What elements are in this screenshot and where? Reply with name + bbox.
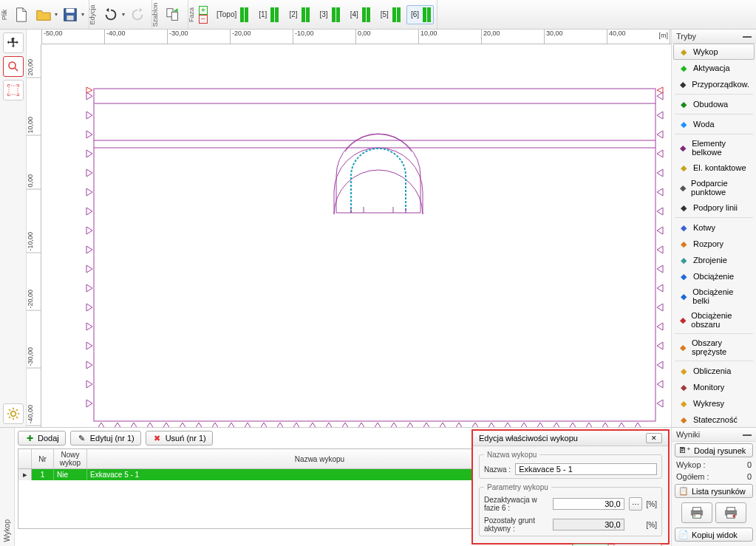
remove-phase-button[interactable]: − bbox=[199, 15, 208, 24]
phase-1[interactable]: [1] bbox=[254, 5, 282, 24]
drawing-list-button[interactable]: 📋 Lista rysunków bbox=[675, 484, 753, 498]
copy-icon: 📄 bbox=[678, 530, 689, 539]
modes-panel: Tryby ◆Wykop◆Aktywacja◆Przyporządkow.◆Ob… bbox=[671, 30, 756, 427]
mode-stateczno-[interactable]: ◆Stateczność bbox=[673, 412, 755, 428]
mode-obliczenia[interactable]: ◆Obliczenia bbox=[673, 363, 755, 379]
plus-icon: ✚ bbox=[24, 433, 35, 443]
mode-wykresy[interactable]: ◆Wykresy bbox=[673, 395, 755, 412]
modes-title: Tryby bbox=[676, 32, 696, 41]
svg-rect-8 bbox=[94, 89, 655, 421]
results-title: Wyniki bbox=[676, 430, 700, 439]
mode-obudowa[interactable]: ◆Obudowa bbox=[673, 96, 755, 112]
zoom-tool[interactable] bbox=[3, 56, 24, 77]
copy-view-button[interactable]: 📄 Kopiuj widok bbox=[675, 528, 753, 542]
undo-dropdown[interactable]: ▾ bbox=[120, 11, 126, 18]
move-icon bbox=[7, 36, 20, 50]
redo-button[interactable] bbox=[127, 4, 148, 25]
undo-icon bbox=[103, 7, 119, 23]
print-color-button[interactable] bbox=[681, 502, 712, 523]
top-toolbar: Plik ▾ ▾ Edycja ▾ Szablon Faza + − bbox=[0, 0, 756, 30]
pan-tool[interactable] bbox=[3, 33, 24, 53]
result-row: Wykop : 0 bbox=[672, 459, 756, 471]
bottom-panel: ✚ Dodaj ✎ Edytuj (nr 1) ✖ Usuń (nr 1) Nr… bbox=[15, 428, 671, 546]
mode-el-kontaktowe[interactable]: ◆El. kontaktowe bbox=[673, 160, 755, 176]
mode-monitory[interactable]: ◆Monitory bbox=[673, 379, 755, 395]
add-drawing-icon: 🖹⁺ bbox=[678, 446, 691, 455]
mode-aktywacja[interactable]: ◆Aktywacja bbox=[673, 60, 755, 76]
new-file-icon bbox=[13, 7, 30, 23]
new-file-button[interactable] bbox=[11, 4, 32, 25]
extent-icon bbox=[7, 83, 20, 97]
add-drawing-button[interactable]: 🖹⁺ Dodaj rysunek bbox=[675, 443, 753, 457]
svg-rect-22 bbox=[694, 516, 696, 517]
row-handle[interactable]: ▸ bbox=[18, 469, 32, 480]
phase-5[interactable]: [5] bbox=[376, 5, 403, 24]
open-folder-icon bbox=[35, 7, 52, 23]
group-label-edit: Edycja bbox=[89, 0, 96, 30]
mode-rozpory[interactable]: ◆Rozpory bbox=[673, 236, 755, 252]
canvas-area[interactable]: [m] -50,00-40,00-30,00-20,00-10,000,0010… bbox=[27, 30, 671, 427]
save-icon bbox=[62, 7, 78, 23]
svg-rect-19 bbox=[693, 508, 701, 511]
col-nowy: Nowy wykop bbox=[54, 449, 87, 468]
mode-kotwy[interactable]: ◆Kotwy bbox=[673, 219, 755, 236]
mode-elementy-belkowe[interactable]: ◆Elementy belkowe bbox=[673, 136, 755, 160]
minimize-button[interactable] bbox=[743, 35, 752, 38]
result-row: Ogółem : 0 bbox=[672, 471, 756, 482]
name-label: Nazwa : bbox=[484, 465, 511, 474]
left-toolbar bbox=[0, 30, 27, 427]
name-input[interactable] bbox=[515, 463, 657, 475]
results-minimize[interactable] bbox=[743, 433, 752, 436]
mode-obci-enie-belki[interactable]: ◆Obciążenie belki bbox=[673, 284, 755, 308]
print-bw-button[interactable] bbox=[715, 502, 746, 523]
add-phase-button[interactable]: + bbox=[199, 6, 208, 15]
deakt-input[interactable] bbox=[553, 498, 624, 510]
open-file-button[interactable] bbox=[33, 4, 54, 25]
phase-topo[interactable]: [Topo] bbox=[212, 5, 251, 24]
dialog-close-button[interactable]: ✕ bbox=[646, 433, 662, 443]
dialog-title: Edycja właściwości wykopu bbox=[479, 434, 578, 443]
phase-2[interactable]: [2] bbox=[285, 5, 312, 24]
col-nr: Nr bbox=[32, 449, 54, 468]
extent-tool[interactable] bbox=[3, 80, 24, 100]
results-panel: Wyniki 🖹⁺ Dodaj rysunek Wykop : 0 Ogółem… bbox=[671, 428, 756, 546]
delete-button[interactable]: ✖ Usuń (nr 1) bbox=[146, 431, 213, 446]
deakt-more-button[interactable]: ⋯ bbox=[629, 497, 642, 511]
mode-wykop[interactable]: ◆Wykop bbox=[673, 44, 755, 60]
group-label-file: Plik bbox=[1, 0, 8, 30]
pozost-label: Pozostały grunt aktywny : bbox=[484, 516, 548, 533]
settings-button[interactable] bbox=[3, 403, 24, 424]
phase-3[interactable]: [3] bbox=[316, 5, 343, 24]
open-dropdown[interactable]: ▾ bbox=[53, 11, 59, 18]
pozost-input[interactable] bbox=[553, 519, 624, 530]
mode-obci-enie-obszaru[interactable]: ◆Obciążenie obszaru bbox=[673, 308, 755, 332]
deakt-unit: [%] bbox=[647, 500, 657, 508]
phase-4[interactable]: [4] bbox=[346, 5, 373, 24]
phase-6[interactable]: [6] bbox=[406, 5, 434, 24]
edit-button[interactable]: ✎ Edytuj (nr 1) bbox=[70, 431, 141, 446]
mode-woda[interactable]: ◆Woda bbox=[673, 116, 755, 132]
save-button[interactable] bbox=[60, 4, 81, 25]
svg-point-5 bbox=[9, 62, 16, 69]
svg-rect-1 bbox=[67, 8, 75, 13]
bottom-tab[interactable]: Wykop bbox=[0, 428, 15, 546]
mode-podpory-linii[interactable]: ◆Podpory linii bbox=[673, 199, 755, 216]
phase-tabs: [Topo] [1][2][3][4][5][6] bbox=[208, 5, 434, 24]
mode-przyporz-dkow-[interactable]: ◆Przyporządkow. bbox=[673, 76, 755, 92]
group-label-template: Szablon bbox=[151, 0, 159, 30]
horizontal-ruler: [m] -50,00-40,00-30,00-20,00-10,000,0010… bbox=[41, 30, 671, 44]
mode-zbrojenie[interactable]: ◆Zbrojenie bbox=[673, 252, 755, 268]
mode-obci-enie[interactable]: ◆Obciążenie bbox=[673, 268, 755, 284]
mode-podparcie-punktowe[interactable]: ◆Podparcie punktowe bbox=[673, 176, 755, 199]
svg-rect-26 bbox=[733, 515, 735, 518]
svg-rect-21 bbox=[694, 515, 696, 516]
group-label-phase: Faza bbox=[188, 0, 195, 30]
template-icon bbox=[166, 7, 182, 23]
printer-icon bbox=[723, 506, 739, 519]
mode-obszary-spr-yste[interactable]: ◆Obszary sprężyste bbox=[673, 335, 755, 359]
undo-button[interactable] bbox=[101, 4, 121, 25]
add-button[interactable]: ✚ Dodaj bbox=[18, 431, 66, 446]
save-dropdown[interactable]: ▾ bbox=[80, 11, 86, 18]
template-button[interactable] bbox=[163, 4, 184, 25]
svg-rect-4 bbox=[171, 12, 177, 20]
